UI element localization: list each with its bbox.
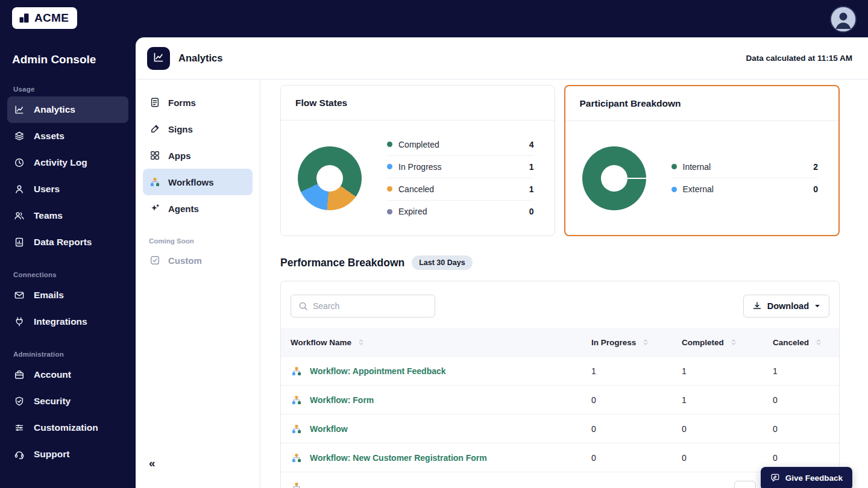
table-row: Workflow000 [281,414,839,443]
acme-logo[interactable]: ACME [12,7,77,29]
sidebar-item-label: Support [34,449,69,460]
participant-breakdown-card: Participant Breakdown Internal2External0 [564,85,840,236]
workflow-row-icon [291,423,303,435]
subnav-item-apps[interactable]: Apps [143,142,253,169]
workflow-link[interactable]: Workflow [310,424,348,434]
collapse-sidebar-button[interactable]: « [149,457,156,470]
flow-states-card: Flow States Completed4In Progress1Cancel… [280,85,555,236]
sidebar-item-label: Customization [34,422,98,433]
legend-item-completed: Completed4 [387,134,534,156]
legend-value: 0 [529,207,534,216]
legend-dot [387,164,392,169]
sidebar-section-label: Usage [13,86,124,93]
legend-item-expired: Expired0 [387,201,534,223]
sidebar-item-label: Data Reports [34,237,92,248]
legend-value: 1 [529,162,534,172]
sidebar-item-assets[interactable]: Assets [7,123,128,149]
sort-icon [728,336,740,348]
sidebar-item-emails[interactable]: Emails [7,282,128,308]
workflow-name-cell: Workflow: Appointment Feedback [291,365,591,377]
legend-dot [387,209,392,214]
sidebar-section-label: Connections [13,271,124,278]
flow-states-title: Flow States [281,86,555,120]
sidebar-item-label: Teams [34,210,63,221]
subnav-item-signs[interactable]: Signs [143,116,253,142]
avatar-icon [831,23,855,33]
teams-icon [13,210,25,222]
table-row: Workflow: New Customer Registration Form… [281,443,839,472]
subnav-item-workflows[interactable]: Workflows [143,169,253,195]
coming-soon-label: Coming Soon [149,237,253,245]
table-body: Workflow: Appointment Feedback111Workflo… [281,356,839,488]
workflow-link[interactable]: Workflow: Appointment Feedback [310,366,446,376]
legend-dot [387,142,392,147]
subnav-item-label: Agents [168,204,199,214]
workflow-name-cell: Workflow: New Customer Registration Form [291,452,591,464]
metric-value: 0 [591,453,682,463]
sidebar-item-account[interactable]: Account [7,361,128,388]
table-toolbar: Download [281,281,839,328]
workflow-row-icon [291,452,303,464]
workflow-row-icon [291,481,303,488]
legend-label: External [683,184,808,194]
donut-hole [601,165,627,192]
workflow-link[interactable]: Workflow: Form [310,395,374,405]
sidebar-item-customization[interactable]: Customization [7,414,128,441]
acme-logo-text: ACME [34,11,69,25]
sidebar-item-security[interactable]: Security [7,388,128,414]
sidebar-item-users[interactable]: Users [7,176,128,202]
sidebar-item-activity-log[interactable]: Activity Log [7,149,128,176]
subnav-item-label: Custom [168,255,202,266]
analytics-chart-icon [147,47,170,70]
subnav-item-label: Signs [168,124,193,134]
subnav-item-label: Apps [168,151,191,161]
column-label: Canceled [773,338,809,347]
search-box[interactable] [291,295,435,318]
subnav-item-forms[interactable]: Forms [143,89,253,116]
sort-icon [813,336,825,348]
subnav-item-agents[interactable]: Agents [143,195,253,222]
legend-label: Expired [398,207,523,216]
sidebar-item-support[interactable]: Support [7,441,128,468]
download-button[interactable]: Download [743,295,829,318]
column-header-in-progress[interactable]: In Progress [591,336,682,348]
metric-value: 1 [682,366,773,376]
user-avatar[interactable] [830,6,857,33]
search-input[interactable] [313,301,427,311]
custom-icon [149,254,161,266]
apps-icon [149,149,161,161]
flow-states-donut-chart [298,146,362,210]
give-feedback-button[interactable]: Give Feedback [761,467,852,488]
data-calculated-note: Data calculated at 11:15 AM [746,54,852,63]
column-header-workflow-name[interactable]: Workflow Name [291,336,591,348]
sidebar-nav: UsageAnalyticsAssetsActivity LogUsersTea… [0,86,136,468]
security-icon [13,395,25,407]
sidebar-item-analytics[interactable]: Analytics [7,96,128,123]
table-header-row: Workflow NameIn ProgressCompletedCancele… [281,328,839,356]
sidebar-item-integrations[interactable]: Integrations [7,308,128,335]
legend-label: Canceled [398,184,523,194]
sidebar-item-label: Assets [34,131,64,142]
legend-value: 4 [529,140,534,149]
performance-breakdown-heading: Performance Breakdown Last 30 Days [280,255,840,270]
sidebar-item-teams[interactable]: Teams [7,202,128,229]
subnav-item-label: Workflows [168,177,214,187]
metric-value: 0 [682,424,773,434]
legend-item-external: External0 [671,178,819,201]
sort-icon [355,336,367,348]
subnav-items: FormsSignsAppsWorkflowsAgentsComing Soon… [143,89,253,274]
search-icon [298,301,308,311]
date-range-badge: Last 30 Days [412,255,472,270]
column-header-completed[interactable]: Completed [682,336,773,348]
performance-table-card: Download Workflow NameIn ProgressComplet… [280,281,840,488]
metric-value: 0 [682,453,773,463]
sidebar-item-data-reports[interactable]: Data Reports [7,229,128,255]
workflow-name-cell [291,481,591,488]
legend-value: 1 [529,184,534,194]
metric-value: 0 [773,453,829,463]
partial-control[interactable] [734,481,756,488]
workflow-name-cell: Workflow: Form [291,394,591,406]
column-header-canceled[interactable]: Canceled [773,336,829,348]
workflow-link[interactable]: Workflow: New Customer Registration Form [310,453,487,463]
workflow-name-cell: Workflow [291,423,591,435]
